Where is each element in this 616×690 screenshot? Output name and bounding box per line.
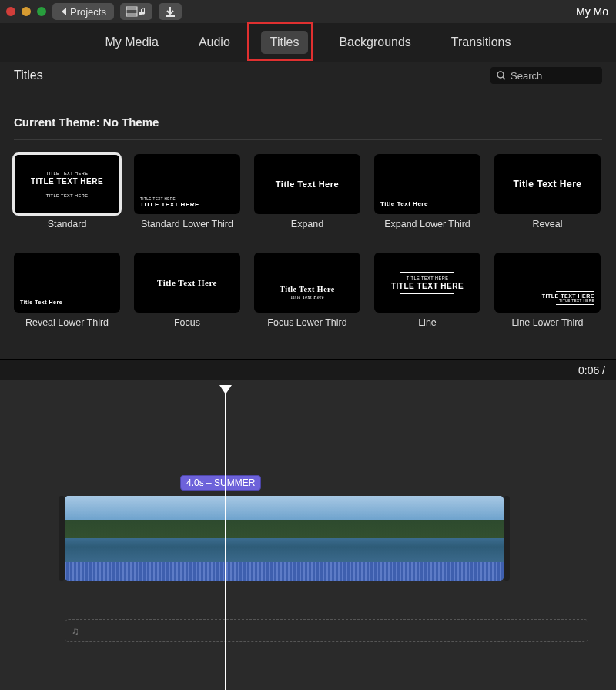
svg-line-4	[503, 77, 505, 79]
tile-line[interactable]: TITLE TEXT HERE TITLE TEXT HERE Line	[374, 253, 480, 339]
music-note-icon: ♫	[72, 625, 79, 637]
timeline-header: 0:06 /	[0, 359, 616, 380]
back-to-projects-button[interactable]: Projects	[52, 3, 114, 20]
search-placeholder: Search	[511, 70, 542, 82]
download-arrow-icon	[165, 6, 176, 17]
clip-trim-handle-right[interactable]	[504, 496, 510, 581]
tile-standard-lower-third[interactable]: TITLE TEXT HERE TITLE TEXT HERE Standard…	[134, 154, 240, 240]
tile-line-lower-third[interactable]: TITLE TEXT HERE TITLE TEXT HERE Line Low…	[494, 253, 601, 339]
tile-reveal[interactable]: Title Text Here Reveal	[494, 154, 601, 240]
media-browser-tabs: My Media Audio Titles Backgrounds Transi…	[0, 23, 616, 62]
projects-label: Projects	[70, 6, 106, 18]
tile-reveal-lower-third[interactable]: Title Text Here Reveal Lower Third	[14, 253, 120, 339]
titles-grid: TITLE TEXT HERE TITLE TEXT HERE TITLE TE…	[14, 154, 602, 339]
tile-focus-lower-third[interactable]: Title Text Here Title Text Here Focus Lo…	[254, 253, 360, 339]
tab-transitions[interactable]: Transitions	[442, 31, 521, 54]
tab-backgrounds[interactable]: Backgrounds	[330, 31, 420, 54]
video-clip[interactable]	[65, 496, 504, 581]
divider	[14, 139, 602, 140]
tab-audio[interactable]: Audio	[189, 31, 239, 54]
playhead-time: 0:06 /	[578, 364, 605, 377]
tile-expand[interactable]: Title Text Here Expand	[254, 154, 360, 240]
media-library-button[interactable]	[120, 3, 152, 20]
search-icon	[497, 71, 506, 80]
audio-track-dropzone[interactable]: ♫	[65, 619, 588, 642]
svg-point-3	[497, 72, 504, 78]
clip-trim-handle-left[interactable]	[59, 496, 65, 581]
import-button[interactable]	[159, 3, 182, 20]
window-toolbar: Projects My Mo	[0, 0, 616, 23]
timeline[interactable]: 4.0s – SUMMER ♫	[0, 380, 616, 690]
close-window-dot[interactable]	[6, 7, 15, 16]
clip-audio-waveform	[65, 562, 504, 581]
tab-my-media[interactable]: My Media	[96, 31, 168, 54]
annotation-highlight	[247, 22, 313, 61]
current-theme-label: Current Theme: No Theme	[14, 116, 602, 129]
search-field[interactable]: Search	[490, 67, 602, 84]
filmstrip-music-icon	[126, 6, 146, 17]
project-title: My Mo	[576, 5, 610, 18]
chevron-left-icon	[60, 7, 67, 16]
browser-section-title: Titles	[14, 69, 43, 82]
tile-expand-lower-third[interactable]: Title Text Here Expand Lower Third	[374, 154, 480, 240]
zoom-window-dot[interactable]	[37, 7, 46, 16]
tile-focus[interactable]: Title Text Here Focus	[134, 253, 240, 339]
svg-rect-0	[126, 7, 137, 16]
minimize-window-dot[interactable]	[22, 7, 31, 16]
browser-header: Titles Search	[0, 62, 616, 89]
titles-browser: Current Theme: No Theme TITLE TEXT HERE …	[0, 89, 616, 359]
tile-standard[interactable]: TITLE TEXT HERE TITLE TEXT HERE TITLE TE…	[14, 154, 120, 240]
traffic-lights	[6, 7, 46, 16]
title-clip[interactable]: 4.0s – SUMMER	[180, 475, 261, 491]
